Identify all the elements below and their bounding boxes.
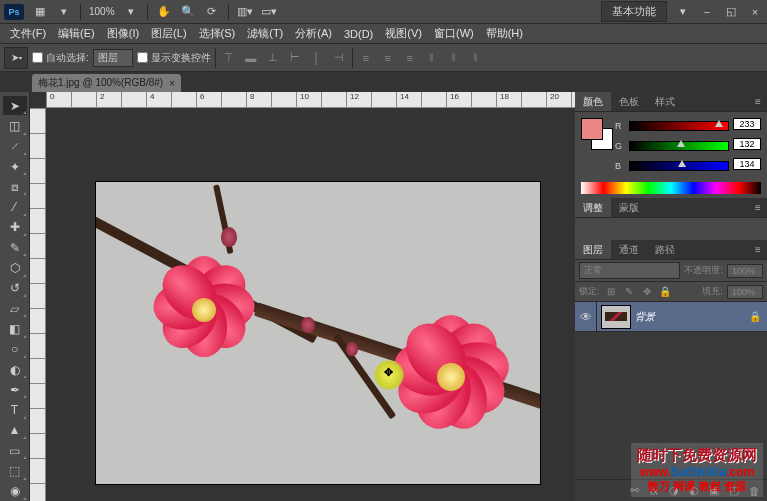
visibility-icon[interactable]: 👁 [575,302,597,332]
layer-item-background[interactable]: 👁 背景 🔒 [575,302,767,332]
foreground-color-swatch[interactable] [581,118,603,140]
layers-panel-menu-icon[interactable]: ≡ [749,240,767,259]
hand-tool-icon[interactable]: ✋ [153,2,175,22]
close-icon[interactable]: × [744,2,766,22]
distribute-vc-icon[interactable]: ≡ [379,49,397,67]
distribute-top-icon[interactable]: ≡ [357,49,375,67]
3d-tool[interactable]: ⬚ [3,461,27,480]
menu-file[interactable]: 文件(F) [4,24,52,43]
tab-adjustments[interactable]: 调整 [575,198,611,217]
align-right-icon[interactable]: ⊣ [330,49,348,67]
align-vcenter-icon[interactable]: ▬ [242,49,260,67]
zoom-dropdown-icon[interactable]: ▾ [120,2,142,22]
tab-channels[interactable]: 通道 [611,240,647,259]
menu-layer[interactable]: 图层(L) [145,24,192,43]
distribute-hc-icon[interactable]: ⫴ [445,49,463,67]
adjust-panel-menu-icon[interactable]: ≡ [749,198,767,217]
menu-select[interactable]: 选择(S) [193,24,242,43]
show-transform-checkbox[interactable]: 显示变换控件 [137,51,211,65]
3d-camera-tool[interactable]: ◉ [3,482,27,501]
align-left-icon[interactable]: ⊢ [286,49,304,67]
type-tool[interactable]: T [3,400,27,419]
lock-pos-icon[interactable]: ✥ [640,285,654,299]
tab-masks[interactable]: 蒙版 [611,198,647,217]
lock-pixels-icon[interactable]: ✎ [622,285,636,299]
gradient-tool[interactable]: ◧ [3,319,27,338]
ruler-vertical[interactable] [30,108,46,501]
r-slider[interactable] [629,121,729,131]
bridge-icon[interactable]: ▦ [29,2,51,22]
stamp-tool[interactable]: ⬡ [3,258,27,277]
restore-icon[interactable]: ◱ [720,2,742,22]
g-value[interactable]: 132 [733,138,761,150]
r-label: R [615,121,625,131]
menu-image[interactable]: 图像(I) [101,24,145,43]
show-transform-label: 显示变换控件 [151,51,211,65]
canvas-image[interactable]: ✥ [96,182,540,484]
layer-name[interactable]: 背景 [635,310,749,324]
dodge-tool[interactable]: ◐ [3,360,27,379]
brush-tool[interactable]: ✎ [3,238,27,257]
tab-close-icon[interactable]: × [169,78,175,89]
tab-swatches[interactable]: 色板 [611,92,647,111]
r-value[interactable]: 233 [733,118,761,130]
eraser-tool[interactable]: ▱ [3,299,27,318]
b-slider[interactable] [629,161,729,171]
tab-layers[interactable]: 图层 [575,240,611,259]
document-tab[interactable]: 梅花1.jpg @ 100%(RGB/8#) × [32,74,181,92]
move-cursor-icon: ✥ [384,366,393,379]
move-tool[interactable]: ➤ [3,96,27,115]
align-hcenter-icon[interactable]: │ [308,49,326,67]
tab-color[interactable]: 颜色 [575,92,611,111]
blur-tool[interactable]: ○ [3,340,27,359]
menu-analysis[interactable]: 分析(A) [289,24,338,43]
menu-3d[interactable]: 3D(D) [338,26,379,42]
arrange-docs-icon[interactable]: ▥▾ [234,2,256,22]
color-spectrum[interactable] [581,182,761,194]
g-slider[interactable] [629,141,729,151]
layer-thumbnail[interactable] [601,305,631,329]
auto-select-target[interactable]: 图层 [93,49,133,67]
blend-mode-select[interactable]: 正常 [579,262,680,279]
rotate-view-icon[interactable]: ⟳ [201,2,223,22]
lasso-tool[interactable]: ⟋ [3,137,27,156]
align-bottom-icon[interactable]: ⊥ [264,49,282,67]
move-tool-preset-icon[interactable]: ➤▾ [4,47,28,69]
menu-filter[interactable]: 滤镜(T) [241,24,289,43]
path-select-tool[interactable]: ▲ [3,421,27,440]
zoom-tool-icon[interactable]: 🔍 [177,2,199,22]
eyedropper-tool[interactable]: ⁄ [3,197,27,216]
minimize-icon[interactable]: − [696,2,718,22]
distribute-bot-icon[interactable]: ≡ [401,49,419,67]
history-icon[interactable]: ▾ [53,2,75,22]
wand-tool[interactable]: ✦ [3,157,27,176]
screen-mode-icon[interactable]: ▭▾ [258,2,280,22]
shape-tool[interactable]: ▭ [3,441,27,460]
fill-value[interactable]: 100% [727,285,763,299]
history-brush-tool[interactable]: ↺ [3,279,27,298]
workspace-switcher[interactable]: 基本功能 [601,1,667,22]
align-top-icon[interactable]: ⊤ [220,49,238,67]
opacity-label: 不透明度: [684,264,723,277]
zoom-label[interactable]: 100% [85,6,119,17]
distribute-right-icon[interactable]: ⫴ [467,49,485,67]
tab-paths[interactable]: 路径 [647,240,683,259]
menu-edit[interactable]: 编辑(E) [52,24,101,43]
heal-tool[interactable]: ✚ [3,218,27,237]
color-panel-menu-icon[interactable]: ≡ [749,92,767,111]
workspace-dropdown-icon[interactable]: ▾ [672,2,694,22]
crop-tool[interactable]: ⧈ [3,177,27,196]
distribute-left-icon[interactable]: ⫴ [423,49,441,67]
marquee-tool[interactable]: ◫ [3,116,27,135]
menu-window[interactable]: 窗口(W) [428,24,480,43]
pen-tool[interactable]: ✒ [3,380,27,399]
tab-styles[interactable]: 样式 [647,92,683,111]
menu-view[interactable]: 视图(V) [379,24,428,43]
lock-all-icon[interactable]: 🔒 [658,285,672,299]
lock-trans-icon[interactable]: ⊞ [604,285,618,299]
auto-select-checkbox[interactable]: 自动选择: [32,51,89,65]
menu-help[interactable]: 帮助(H) [480,24,529,43]
opacity-value[interactable]: 100% [727,264,763,278]
ruler-horizontal[interactable]: 0 2 4 6 8 10 12 14 16 18 20 [46,92,575,108]
b-value[interactable]: 134 [733,158,761,170]
